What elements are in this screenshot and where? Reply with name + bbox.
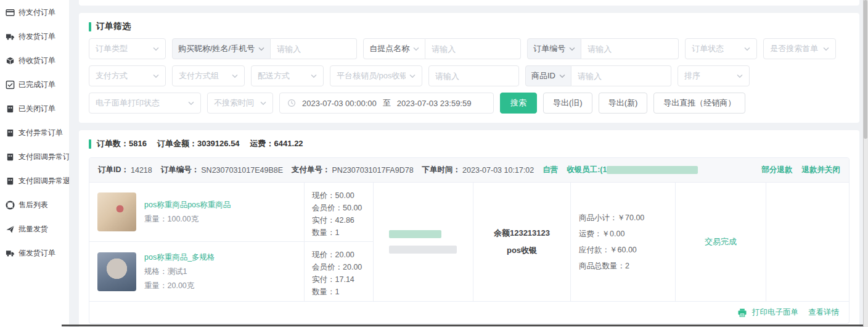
date-range-separator: 至 <box>383 97 391 109</box>
freight-stat: 运费：6441.22 <box>250 138 303 149</box>
product-weight: 重量：100.00克 <box>144 214 231 225</box>
chevron-down-icon <box>311 74 317 78</box>
pickup-point-input[interactable] <box>425 38 521 59</box>
redacted-customer-name <box>389 230 441 238</box>
sidebar-item-pending-payment[interactable]: 待支付订单 <box>0 1 69 25</box>
product-weight: 重量：20.00克 <box>144 281 215 291</box>
order-type-select[interactable]: 订单类型 <box>89 38 166 59</box>
order-card-header: 订单ID： 14218 订单编号： SN2307031017E49B8E 支付单… <box>89 158 849 183</box>
vertical-scrollbar-thumb[interactable] <box>864 0 867 139</box>
pos-clerk-input[interactable] <box>428 65 519 86</box>
product-name-link[interactable]: pos称重商品pos称重商品 <box>144 200 231 210</box>
sidebar-item-label: 支付回调异常订单 <box>18 152 69 162</box>
badge-icon <box>6 152 15 162</box>
sidebar-item-closed[interactable]: 已关闭订单 <box>0 97 69 121</box>
order-list-card: 订单数：5816 订单金额：3039126.54 运费：6441.22 订单ID… <box>79 130 859 327</box>
export-old-button[interactable]: 导出(旧) <box>543 93 592 114</box>
sidebar-item-urge-shipment[interactable]: 催发货订单 <box>0 241 69 265</box>
goods-id-combo: 商品ID <box>525 65 671 86</box>
time-search-mode-select[interactable]: 不搜索时间 <box>207 93 273 114</box>
chevron-down-icon <box>232 74 238 78</box>
sidebar-item-payment-exception[interactable]: 支付异常订单 <box>0 121 69 145</box>
sidebar-item-batch-shipment[interactable]: 批量发货 <box>0 217 69 241</box>
order-no-select[interactable]: 订单编号 <box>527 38 581 59</box>
sidebar-item-completed[interactable]: 已完成订单 <box>0 73 69 97</box>
total-quantity: 商品总数量：2 <box>579 261 675 271</box>
pos-clerk-select[interactable]: 平台核销员/pos收银员信 <box>330 65 422 86</box>
date-range-picker[interactable]: 2023-07-03 00:00:00 至 2023-07-03 23:59:5… <box>279 93 494 114</box>
goods-id-select[interactable]: 商品ID <box>525 65 571 86</box>
send-icon <box>6 225 15 234</box>
order-sn-value: SN2307031017E49B8E <box>201 166 283 175</box>
truck-icon <box>6 32 15 41</box>
product-price: 现价：20.00 <box>312 249 373 261</box>
filter-row-1: 订单类型 购买昵称/姓名/手机号 自提点名称 <box>89 38 850 59</box>
product-price: 现价：50.00 <box>312 189 373 202</box>
eorder-print-status-select[interactable]: 电子面单打印状态 <box>89 93 201 114</box>
date-range-end: 2023-07-03 23:59:59 <box>397 99 472 108</box>
sidebar-item-label: 售后列表 <box>18 200 48 210</box>
order-id-value: 14218 <box>131 166 152 175</box>
pay-method-select[interactable]: 支付方式 <box>89 65 166 86</box>
print-eorder-link[interactable]: 打印电子面单 <box>752 307 798 318</box>
buyer-search-input[interactable] <box>271 38 357 59</box>
export-direct-button[interactable]: 导出直推（经销商） <box>653 93 745 114</box>
view-detail-link[interactable]: 查看详情 <box>808 307 839 318</box>
redacted-cashier-info <box>607 166 698 174</box>
sidebar-item-label: 待支付订单 <box>18 7 55 18</box>
customer-column <box>373 183 473 301</box>
order-time-value: 2023-07-03 10:17:02 <box>462 166 534 175</box>
date-range-start: 2023-07-03 00:00:00 <box>302 99 377 108</box>
chevron-down-icon <box>569 47 575 51</box>
product-paid: 实付：17.14 <box>312 273 373 286</box>
order-count-stat: 订单数：5816 <box>97 138 147 149</box>
redacted-customer-phone <box>389 246 457 254</box>
order-actions-column <box>766 183 849 301</box>
pay-no-label: 支付单号： <box>292 165 330 175</box>
order-status-select[interactable]: 订单状态 <box>685 38 757 59</box>
sidebar-item-aftersale-list[interactable]: 售后列表 <box>0 193 69 217</box>
sidebar-item-label: 待收货订单 <box>18 56 55 66</box>
order-card: 订单ID： 14218 订单编号： SN2307031017E49B8E 支付单… <box>89 157 850 324</box>
main-content: 订单筛选 订单类型 购买昵称/姓名/手机号 自提点名称 <box>69 0 863 327</box>
filter-section-title: 订单筛选 <box>89 21 850 32</box>
order-stats-bar: 订单数：5816 订单金额：3039126.54 运费：6441.22 <box>89 138 850 149</box>
order-sn-label: 订单编号： <box>161 165 200 175</box>
partial-refund-link[interactable]: 部分退款 <box>762 165 793 175</box>
goods-id-input[interactable] <box>571 65 671 86</box>
card-icon <box>6 8 15 17</box>
payment-method-balance: 余额123213123 <box>494 228 550 239</box>
refund-and-close-link[interactable]: 退款并关闭 <box>802 165 841 175</box>
product-member-price: 会员价：50.00 <box>312 202 373 214</box>
first-order-select[interactable]: 是否搜索首单 <box>763 38 836 59</box>
sidebar-item-callback-exception-refund[interactable]: 支付回调异常退款 <box>0 169 69 193</box>
chevron-down-icon <box>744 47 750 51</box>
chevron-down-icon <box>409 74 416 78</box>
product-row: pos称重商品pos称重商品 重量：100.00克 现价：50.00 会员价：5… <box>89 183 373 242</box>
chevron-down-icon <box>258 47 264 51</box>
export-new-button[interactable]: 导出(新) <box>599 93 648 114</box>
sidebar-item-pending-shipment[interactable]: 待发货订单 <box>0 25 69 49</box>
order-no-input[interactable] <box>581 38 679 59</box>
product-qty: 数量：1 <box>312 226 373 239</box>
chevron-down-icon <box>153 47 159 51</box>
product-name-link[interactable]: pos称重商品_多规格 <box>144 252 215 263</box>
badge-icon <box>6 104 15 114</box>
vertical-scrollbar[interactable] <box>863 0 868 327</box>
buyer-field-select[interactable]: 购买昵称/姓名/手机号 <box>172 38 271 59</box>
sort-select[interactable]: 排序 <box>678 65 750 86</box>
sidebar-item-label: 支付异常订单 <box>18 128 63 138</box>
sidebar-item-label: 支付回调异常退款 <box>18 176 69 186</box>
product-image <box>97 192 136 231</box>
product-price-cell: 现价：50.00 会员价：50.00 实付：42.86 数量：1 <box>304 183 373 241</box>
sidebar-item-pending-receipt[interactable]: 待收货订单 <box>0 49 69 73</box>
product-paid: 实付：42.86 <box>312 214 373 226</box>
pay-method-group-select[interactable]: 支付方式组 <box>172 65 245 86</box>
pickup-point-combo: 自提点名称 <box>363 38 521 59</box>
pickup-point-select[interactable]: 自提点名称 <box>363 38 425 59</box>
horizontal-scrollbar[interactable] <box>62 325 863 326</box>
search-button[interactable]: 搜索 <box>500 93 537 114</box>
order-no-combo: 订单编号 <box>527 38 679 59</box>
sidebar-item-callback-exception-order[interactable]: 支付回调异常订单 <box>0 145 69 169</box>
delivery-method-select[interactable]: 配送方式 <box>251 65 324 86</box>
